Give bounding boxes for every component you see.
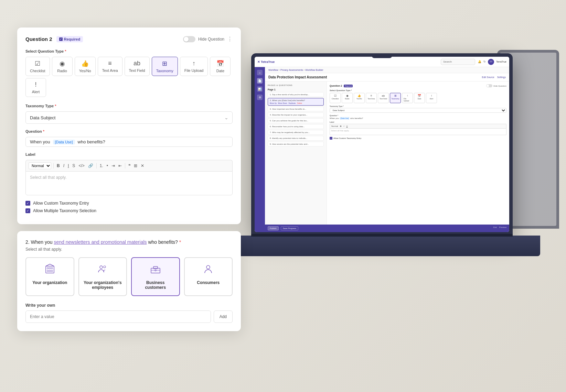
duplicate-btn[interactable]: Duplicate — [288, 102, 296, 104]
svg-rect-11 — [151, 268, 160, 273]
hide-question-label: Hide Question — [198, 37, 224, 42]
mini-bold-btn[interactable]: B — [339, 125, 342, 128]
type-taxonomy[interactable]: ⊞ Taxonomy — [152, 57, 178, 76]
taxonomy-type-dropdown[interactable]: Data Subject — [25, 111, 233, 124]
hide-question-toggle[interactable] — [183, 36, 195, 42]
type-date[interactable]: 📅 Date — [210, 57, 231, 76]
save-progress-button[interactable]: Save Progress — [281, 226, 298, 230]
mini-editor-area[interactable]: Select all that apply. — [330, 128, 506, 135]
italic-button[interactable]: I — [62, 163, 65, 169]
mini-type-yesno[interactable]: 👍 Yes/No — [354, 93, 365, 103]
user-avatar[interactable]: TT — [488, 59, 494, 65]
checklist-label: Checklist — [30, 69, 45, 73]
sidebar-icon-docs[interactable]: 📄 — [257, 78, 263, 84]
indent-button[interactable]: ⇥ — [110, 163, 116, 169]
refresh-icon[interactable]: ↻ — [483, 60, 486, 63]
q2-link[interactable]: send newsletters and promotional materia… — [54, 239, 147, 245]
tax-option-consumers[interactable]: Consumers — [184, 257, 233, 296]
underline-button[interactable]: I — [67, 163, 70, 169]
app-logo: ✕ TetraTrue — [257, 60, 275, 64]
sidebar-icon-chart[interactable]: 📊 — [257, 86, 263, 92]
svg-point-9 — [100, 266, 103, 269]
mini-italic-btn[interactable]: I — [343, 125, 345, 128]
fileupload-icon: ↑ — [192, 60, 195, 67]
notification-icon[interactable]: 🔔 — [478, 60, 481, 63]
q-list-item-3[interactable]: 3. How important are those benefits to..… — [268, 107, 324, 111]
mini-question-section: Question * When you [Data Use] who benef… — [330, 115, 506, 119]
type-textarea[interactable]: ≡ Text Area — [98, 57, 122, 76]
q-list-item-2[interactable]: 2. When you [Data Use] who benefits? Mov… — [268, 98, 324, 106]
tax-option-business-customers[interactable]: Business customers — [131, 257, 180, 296]
tax-option-your-org[interactable]: Your organization — [25, 257, 74, 296]
allow-multiple-checkbox-row[interactable]: ✓ Allow Multiple Taxonomy Selection — [25, 208, 233, 213]
ol-button[interactable]: 1. — [99, 163, 104, 169]
delete-btn[interactable]: Delete — [297, 102, 302, 104]
sidebar-icon-home[interactable]: ⌂ — [257, 70, 263, 75]
mini-taxonomy-select[interactable]: Data Subject — [330, 108, 506, 113]
mini-cb-label-1: Allow Custom Taxonomy Entry — [333, 137, 361, 139]
mini-toggle-switch[interactable] — [486, 84, 492, 87]
type-checklist[interactable]: ☑ Checklist — [25, 57, 50, 76]
type-alert[interactable]: ! Alert — [25, 78, 46, 97]
q-list-item-4[interactable]: 4. Describe the impact to your organiza.… — [268, 112, 324, 117]
more-options-icon[interactable]: ⋮ — [227, 36, 233, 42]
breadcrumb-builder[interactable]: Workflow Builder — [305, 69, 323, 71]
mini-type-date[interactable]: 📅 Date — [414, 93, 425, 103]
q-list-item-5[interactable]: 5. Can you achieve the goals for this lo… — [268, 118, 324, 123]
move-up-btn[interactable]: Move Up — [270, 102, 277, 104]
mini-normal-select[interactable]: Normal — [331, 125, 339, 128]
write-own-input[interactable] — [25, 311, 211, 323]
mini-underline-btn[interactable]: U — [345, 125, 348, 128]
link-button[interactable]: 🔗 — [87, 163, 94, 169]
mini-textfield-icon: ab — [382, 94, 385, 97]
q-list-item-9[interactable]: 9. How severe are the potential risks an… — [268, 142, 324, 146]
type-textfield[interactable]: ab Text Field — [125, 57, 150, 76]
q-list-item-8[interactable]: 8. Identify any potential risks to indiv… — [268, 136, 324, 141]
move-down-btn[interactable]: Move Down — [278, 102, 287, 104]
mini-type-textfield[interactable]: ab Text Field — [378, 93, 389, 103]
breadcrumb-workflow[interactable]: Workflow — [268, 69, 278, 71]
q-list-item-1[interactable]: 1. Say a few words of why you're develop… — [268, 92, 324, 97]
publish-button[interactable]: Publish — [268, 226, 279, 230]
allow-multiple-checkbox[interactable]: ✓ — [25, 208, 30, 213]
type-radio[interactable]: ◉ Radio — [52, 57, 73, 76]
exit-button[interactable]: Exit — [493, 226, 497, 228]
preview-button[interactable]: Preview — [499, 226, 506, 228]
question-header: Question 2 ✓ Required Hide Question ⋮ — [25, 36, 233, 42]
allow-custom-checkbox[interactable]: ✓ — [25, 201, 30, 206]
tax-option-employees[interactable]: Your organization's employees — [78, 257, 127, 296]
add-button[interactable]: Add — [214, 311, 233, 323]
q-list-item-7[interactable]: 7. Who may be negatively affected by you… — [268, 130, 324, 135]
outdent-button[interactable]: ⇤ — [117, 163, 123, 169]
mini-type-checklist[interactable]: ☑ Checklist — [330, 93, 341, 103]
table-button[interactable]: ⊞ — [133, 163, 138, 169]
mini-type-radio[interactable]: ◉ Radio — [342, 93, 353, 103]
code-button[interactable]: </> — [77, 163, 85, 169]
bold-button[interactable]: B — [56, 163, 61, 169]
blockquote-button[interactable]: ❝ — [127, 163, 131, 169]
mini-cb-1[interactable]: ✓ — [330, 137, 332, 140]
type-yesno[interactable]: 👍 Yes/No — [75, 57, 96, 76]
search-input[interactable] — [441, 59, 475, 65]
clear-button[interactable]: ✕ — [140, 163, 145, 169]
edit-source-btn[interactable]: Edit Source — [482, 76, 494, 78]
sidebar-icon-settings[interactable]: ⚙ — [257, 95, 263, 100]
breadcrumb-privacy[interactable]: Privacy Assessments — [280, 69, 303, 71]
mini-type-taxonomy[interactable]: ⊞ Taxonomy — [390, 93, 401, 103]
mini-type-alert[interactable]: ! Alert — [426, 93, 437, 103]
mini-type-fileupload[interactable]: ↑ File Upload — [402, 93, 413, 103]
q-list-item-6[interactable]: 6. Reconsider how you're using data... — [268, 124, 324, 129]
settings-btn[interactable]: Settings — [497, 76, 506, 78]
question-input-row[interactable]: When you [Data Use] who benefits? — [25, 137, 233, 147]
mini-cb-row-1[interactable]: ✓ Allow Custom Taxonomy Entry — [330, 137, 506, 140]
taxonomy-options: Your organization Your organization's em… — [25, 257, 233, 296]
type-fileupload[interactable]: ↑ File Upload — [180, 57, 208, 76]
rich-text-area[interactable]: Select all that apply. — [25, 171, 233, 195]
allow-custom-checkbox-row[interactable]: ✓ Allow Custom Taxonomy Entry — [25, 201, 233, 206]
mini-type-textarea[interactable]: ≡ Text Area — [366, 93, 377, 103]
app-body: PAGES & QUESTIONS Page 1 1. Say a few wo… — [265, 81, 509, 225]
consumers-icon — [203, 263, 214, 277]
ul-button[interactable]: • — [106, 163, 109, 169]
toolbar-style-select[interactable]: Normal — [29, 162, 51, 169]
strikethrough-button[interactable]: S — [71, 163, 76, 169]
